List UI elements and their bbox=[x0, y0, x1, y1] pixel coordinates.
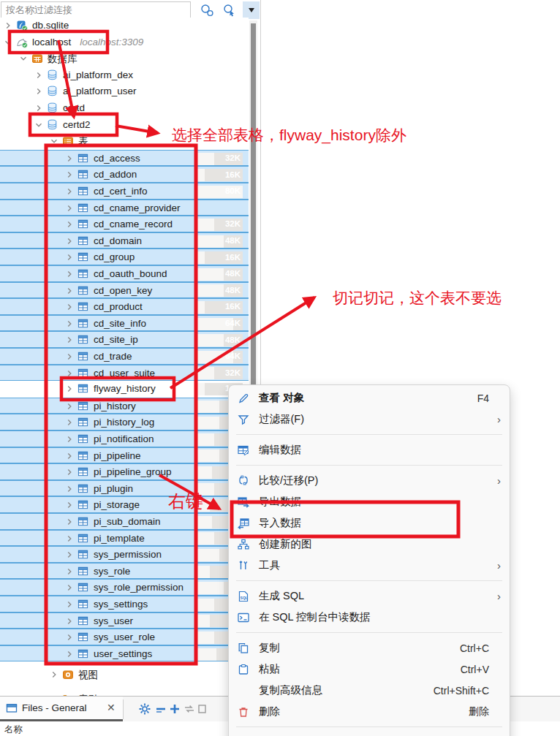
tree-item-certd[interactable]: certd bbox=[0, 100, 249, 117]
menu-item---[interactable]: 刷新F5 bbox=[229, 732, 510, 736]
tree-item-cd_cname_provider[interactable]: cd_cname_provider bbox=[0, 200, 249, 216]
chevron-right-icon[interactable] bbox=[3, 20, 13, 31]
tree-item-cd_group[interactable]: cd_group16K bbox=[0, 249, 249, 265]
tree-item-pi_notification[interactable]: pi_notification bbox=[0, 430, 249, 447]
tree-item---[interactable]: 索引 bbox=[0, 691, 249, 696]
tree-item-pi_sub_domain[interactable]: pi_sub_domain bbox=[0, 513, 249, 530]
tree-item-sys_user[interactable]: sys_user bbox=[0, 612, 249, 629]
tree-item-cd_access[interactable]: cd_access32K bbox=[0, 150, 249, 167]
menu-item----SQL[interactable]: SQL生成 SQL› bbox=[229, 585, 510, 607]
tree-item-db-sqlite[interactable]: db.sqlite bbox=[0, 18, 249, 34]
tree-item-cd_site_info[interactable]: cd_site_info64K bbox=[0, 315, 249, 332]
menu-item---[interactable]: 复制Ctrl+C bbox=[229, 637, 510, 659]
tree-item-ai_platform_user[interactable]: ai_platform_user bbox=[0, 83, 249, 100]
menu-item-----[interactable]: 编辑数据 bbox=[229, 439, 510, 460]
expand-all-icon[interactable] bbox=[168, 702, 181, 716]
chevron-right-icon[interactable] bbox=[49, 669, 59, 680]
tree-item-pi_history_log[interactable]: pi_history_log bbox=[0, 414, 249, 430]
chevron-right-icon[interactable] bbox=[64, 302, 75, 312]
tree-item-cd_addon[interactable]: cd_addon16K bbox=[0, 166, 249, 183]
tree-item-sys_settings[interactable]: sys_settings bbox=[0, 596, 249, 612]
tree-item-cd_user_suite[interactable]: cd_user_suite32K bbox=[0, 365, 249, 382]
partial-toolbar-icon[interactable] bbox=[197, 702, 211, 716]
chevron-right-icon[interactable] bbox=[64, 517, 75, 527]
chevron-right-icon[interactable] bbox=[64, 335, 75, 345]
tree-item-sys_role[interactable]: sys_role bbox=[0, 563, 249, 580]
tree-item-sys_user_role[interactable]: sys_user_role bbox=[0, 629, 249, 645]
menu-item-----[interactable]: 导入数据 bbox=[229, 512, 510, 534]
chevron-down-icon[interactable] bbox=[49, 136, 59, 146]
tree-item--[interactable]: 表 bbox=[0, 133, 249, 150]
menu-item-------P-[interactable]: 比较/迁移(P)› bbox=[229, 470, 510, 491]
chevron-right-icon[interactable] bbox=[64, 269, 75, 279]
chevron-down-icon[interactable] bbox=[3, 37, 13, 48]
menu-item------[interactable]: 查看 对象F4 bbox=[229, 387, 510, 409]
chevron-right-icon[interactable] bbox=[64, 649, 75, 659]
tree-item-cd_site_ip[interactable]: cd_site_ip48K bbox=[0, 331, 249, 348]
tree-item-pi_history[interactable]: pi_history bbox=[0, 398, 249, 414]
gear-icon[interactable] bbox=[138, 702, 151, 716]
chevron-right-icon[interactable] bbox=[64, 599, 75, 610]
tree-item-cd_trade[interactable]: cd_trade64K bbox=[0, 348, 249, 365]
chevron-right-icon[interactable] bbox=[34, 103, 44, 113]
menu-item---[interactable]: 粘贴Ctrl+V bbox=[229, 659, 510, 680]
sync-icon[interactable] bbox=[183, 702, 196, 716]
chevron-right-icon[interactable] bbox=[64, 632, 75, 642]
close-icon[interactable]: ✕ bbox=[107, 702, 116, 713]
tree-item----[interactable]: 数据库 bbox=[0, 50, 249, 67]
chevron-right-icon[interactable] bbox=[64, 384, 75, 394]
chevron-right-icon[interactable] bbox=[64, 286, 75, 296]
tree-item-cd_cert_info[interactable]: cd_cert_info80K bbox=[0, 183, 249, 200]
tree-item-pi_pipeline_group[interactable]: pi_pipeline_group bbox=[0, 463, 249, 480]
chevron-right-icon[interactable] bbox=[64, 616, 75, 626]
chevron-down-icon[interactable] bbox=[18, 53, 29, 64]
chevron-right-icon[interactable] bbox=[64, 534, 75, 544]
tree-item-cd_oauth_bound[interactable]: cd_oauth_bound48K bbox=[0, 265, 249, 282]
chevron-right-icon[interactable] bbox=[64, 153, 75, 164]
menu-item-----[interactable]: 导出数据 bbox=[229, 491, 510, 512]
chevron-right-icon[interactable] bbox=[64, 352, 75, 362]
collapse-all-icon[interactable] bbox=[154, 702, 167, 716]
tree-item-pi_pipeline[interactable]: pi_pipeline bbox=[0, 447, 249, 464]
chevron-right-icon[interactable] bbox=[64, 451, 75, 461]
chevron-right-icon[interactable] bbox=[64, 170, 75, 180]
tab-files-general[interactable]: Files - General ✕ bbox=[0, 697, 123, 721]
chevron-right-icon[interactable] bbox=[64, 401, 75, 411]
chevron-right-icon[interactable] bbox=[64, 566, 75, 577]
chevron-right-icon[interactable] bbox=[64, 203, 75, 213]
menu-item---[interactable]: 工具› bbox=[229, 555, 510, 576]
tree-item-cd_open_key[interactable]: cd_open_key48K bbox=[0, 282, 249, 299]
chevron-right-icon[interactable] bbox=[34, 86, 44, 96]
menu-item---[interactable]: 删除删除 bbox=[229, 701, 510, 722]
menu-item---SQL--------[interactable]: 在 SQL 控制台中读数据 bbox=[229, 607, 510, 628]
tree-item-user_settings[interactable]: user_settings bbox=[0, 645, 249, 662]
chevron-right-icon[interactable] bbox=[64, 583, 75, 593]
tree-item-certd2[interactable]: certd2 bbox=[0, 117, 249, 134]
menu-item-------[interactable]: 复制高级信息Ctrl+Shift+C bbox=[229, 680, 510, 701]
chevron-right-icon[interactable] bbox=[64, 236, 75, 246]
tree-item-ai_platform_dex[interactable]: ai_platform_dex bbox=[0, 67, 249, 84]
chevron-right-icon[interactable] bbox=[64, 434, 75, 444]
chevron-right-icon[interactable] bbox=[64, 186, 75, 197]
chevron-right-icon[interactable] bbox=[64, 500, 75, 510]
tree-item-sys_permission[interactable]: sys_permission bbox=[0, 546, 249, 563]
chevron-right-icon[interactable] bbox=[64, 368, 75, 379]
tree-item-cd_cname_record[interactable]: cd_cname_record32K bbox=[0, 216, 249, 232]
chevron-right-icon[interactable] bbox=[34, 70, 44, 80]
menu-item------[interactable]: 创建新的图 bbox=[229, 534, 510, 555]
menu-item-----F-[interactable]: 过滤器(F)› bbox=[229, 409, 510, 430]
chevron-right-icon[interactable] bbox=[64, 484, 75, 494]
chevron-right-icon[interactable] bbox=[64, 550, 75, 560]
tree-item-flyway_history[interactable]: flyway_history16K bbox=[0, 381, 249, 398]
tree-item-localhost[interactable]: localhostlocalhost:3309 bbox=[0, 34, 249, 51]
tree-item-cd_product[interactable]: cd_product16K bbox=[0, 298, 249, 315]
chevron-right-icon[interactable] bbox=[64, 319, 75, 329]
tree-item-pi_template[interactable]: pi_template bbox=[0, 530, 249, 547]
chevron-right-icon[interactable] bbox=[64, 417, 75, 428]
tree-item-pi_plugin[interactable]: pi_plugin bbox=[0, 480, 249, 497]
chevron-down-icon[interactable] bbox=[34, 120, 44, 130]
tree-item-sys_role_permission[interactable]: sys_role_permission bbox=[0, 579, 249, 596]
chevron-right-icon[interactable] bbox=[64, 252, 75, 262]
tree-item-cd_domain[interactable]: cd_domain48K bbox=[0, 232, 249, 249]
tree-item---[interactable]: 视图 bbox=[0, 667, 249, 683]
